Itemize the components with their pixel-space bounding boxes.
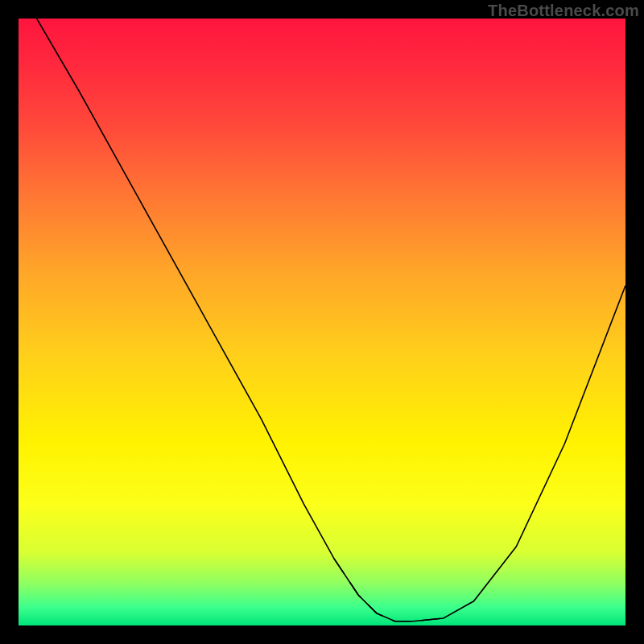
curve-line bbox=[37, 19, 625, 621]
chart-frame: TheBottleneck.com bbox=[0, 0, 644, 644]
watermark-text: TheBottleneck.com bbox=[488, 2, 639, 20]
highlight-marker bbox=[334, 559, 444, 621]
chart-svg bbox=[19, 19, 625, 625]
